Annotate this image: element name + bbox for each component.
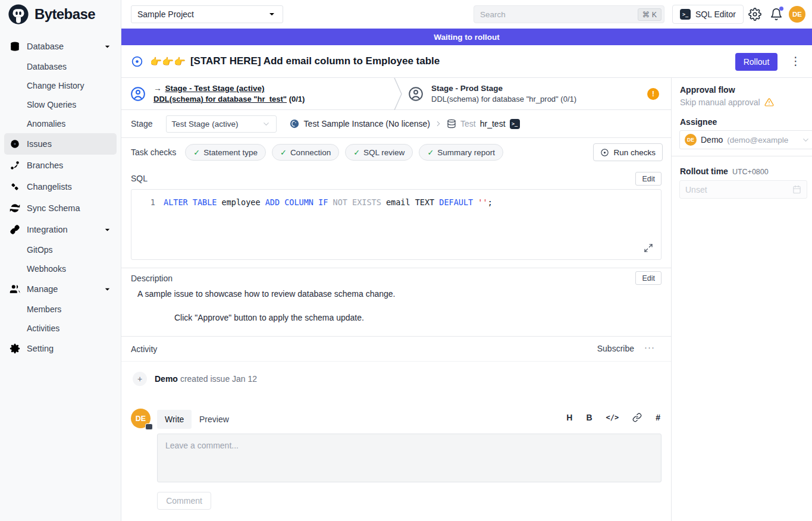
sidebar-item-webhooks[interactable]: Webhooks <box>4 259 117 278</box>
sidebar-item-database[interactable]: Database <box>4 36 117 57</box>
assignee-select[interactable]: DE Demo (demo@example <box>679 130 812 149</box>
description-section-label: Description <box>131 274 173 283</box>
sidebar-item-anomalies[interactable]: Anomalies <box>4 114 117 133</box>
stage-select[interactable]: Test Stage (active) <box>166 115 277 133</box>
person-circle-icon <box>130 86 146 102</box>
comment-badge-icon <box>145 423 153 430</box>
sidebar-item-sync-schema[interactable]: Sync Schema <box>4 197 117 219</box>
activity-menu-dots[interactable]: ··· <box>644 342 655 352</box>
task-subtitle: DDL(schema) for database "hr_prod" (0/1) <box>431 95 576 103</box>
heading-icon[interactable]: H <box>566 413 572 422</box>
environment-tag: Test <box>460 119 476 128</box>
sidebar-item-changelists[interactable]: Changelists <box>4 176 117 197</box>
assignee-name: Demo <box>701 135 723 145</box>
gear-icon[interactable] <box>748 8 761 21</box>
stage-card-prod[interactable]: Stage - Prod Stage DDL(schema) for datab… <box>402 78 671 109</box>
hash-icon[interactable]: # <box>656 413 660 422</box>
activity-entry: Democreated issue Jan 12 <box>155 374 257 384</box>
approval-flow-value: Skip manual approval <box>680 98 774 107</box>
issue-header: 👉👉👉 [START HERE] Add email column to Emp… <box>121 45 812 78</box>
sidebar-nav: Database Databases Change History Slow Q… <box>0 36 121 359</box>
sync-icon <box>10 203 20 214</box>
calendar-icon <box>792 185 801 194</box>
expand-icon[interactable] <box>644 243 653 253</box>
search-shortcut-badge: ⌘ K <box>638 8 661 21</box>
user-avatar[interactable]: DE <box>789 6 805 23</box>
approval-flow-label: Approval flow <box>680 85 735 95</box>
comment-submit-button[interactable]: Comment <box>157 492 211 510</box>
check-icon: ✓ <box>427 148 434 157</box>
chevron-down-icon <box>267 10 277 19</box>
database-name[interactable]: hr_test <box>480 119 506 128</box>
stage-select-value: Test Stage (active) <box>172 120 239 128</box>
project-select[interactable]: Sample Project <box>131 5 283 23</box>
sidebar-item-integration[interactable]: Integration <box>4 219 117 240</box>
sidebar-item-databases[interactable]: Databases <box>4 57 117 76</box>
stage-card-test[interactable]: →Stage - Test Stage (active) DDL(schema)… <box>121 78 394 109</box>
run-icon <box>600 148 609 157</box>
chevron-down-icon <box>103 285 112 294</box>
instance-name[interactable]: Test Sample Instance (No license) <box>304 119 430 128</box>
rollout-time-picker[interactable]: Unset <box>679 180 807 199</box>
warning-triangle-icon <box>764 98 774 107</box>
sidebar-item-label: Issues <box>27 139 52 149</box>
database-icon <box>447 119 456 128</box>
comment-input[interactable] <box>157 434 661 482</box>
sidebar-item-members[interactable]: Members <box>4 300 117 319</box>
check-pill-connection[interactable]: ✓ Connection <box>272 144 339 161</box>
assignee-email: (demo@example <box>727 136 788 145</box>
person-circle-icon <box>408 86 424 102</box>
check-pill-summary-report[interactable]: ✓ Summary report <box>419 144 503 161</box>
sql-edit-button[interactable]: Edit <box>635 172 661 186</box>
project-select-value: Sample Project <box>137 10 194 19</box>
code-icon[interactable]: </> <box>606 413 619 422</box>
chevron-down-icon <box>103 42 112 51</box>
activity-header-divider <box>121 361 671 362</box>
rollout-button[interactable]: Rollout <box>735 53 777 71</box>
link-icon[interactable] <box>632 413 642 422</box>
sql-editor-button[interactable]: >_ SQL Editor <box>672 5 744 24</box>
brand-logo[interactable]: Bytebase <box>0 0 121 29</box>
status-banner: Waiting to rollout <box>121 29 812 45</box>
issue-title-emoji: 👉👉👉 <box>150 56 186 67</box>
sidebar-item-change-history[interactable]: Change History <box>4 76 117 95</box>
bold-icon[interactable]: B <box>586 413 592 422</box>
sidebar: Bytebase Database Databases Change Histo… <box>0 0 121 521</box>
chevron-right-icon <box>434 120 443 128</box>
sql-section-label: SQL <box>131 174 148 183</box>
attention-icon: ! <box>647 88 659 100</box>
search-input[interactable] <box>480 10 638 19</box>
sidebar-item-manage[interactable]: Manage <box>4 278 117 300</box>
stage-title: Stage - Test Stage (active) <box>165 84 265 93</box>
tab-write[interactable]: Write <box>157 410 192 429</box>
subscribe-button[interactable]: Subscribe <box>597 344 634 353</box>
sidebar-item-activities[interactable]: Activities <box>4 319 117 338</box>
sidebar-item-gitops[interactable]: GitOps <box>4 240 117 259</box>
sidebar-item-label: Branches <box>27 161 63 170</box>
tab-preview[interactable]: Preview <box>192 410 237 429</box>
stage-separator <box>394 78 402 110</box>
sidebar-item-issues[interactable]: Issues <box>4 133 117 155</box>
comment-avatar: DE <box>131 409 151 428</box>
check-icon: ✓ <box>280 148 287 157</box>
description-edit-button[interactable]: Edit <box>635 271 661 285</box>
gear-icon <box>10 343 20 354</box>
database-icon <box>10 41 20 52</box>
task-checks-row: Task checks ✓ Statement type ✓ Connectio… <box>121 138 671 167</box>
sidebar-item-slow-queries[interactable]: Slow Queries <box>4 95 117 114</box>
task-subtitle: DDL(schema) for database "hr_test" <box>153 95 287 103</box>
check-icon: ✓ <box>353 148 360 157</box>
check-pill-sql-review[interactable]: ✓ SQL review <box>345 144 413 161</box>
open-sql-editor-icon[interactable]: >_ <box>510 119 520 129</box>
sidebar-item-setting[interactable]: Setting <box>4 338 117 359</box>
sidebar-item-branches[interactable]: Branches <box>4 155 117 176</box>
status-banner-text: Waiting to rollout <box>434 33 499 42</box>
search-box[interactable]: ⌘ K <box>474 5 664 23</box>
stage-selector-row: Stage Test Stage (active) Test Sample In… <box>121 110 671 138</box>
current-stage-arrow-icon: → <box>153 84 162 93</box>
sql-editor[interactable]: 1ALTER TABLE employee ADD COLUMN IF NOT … <box>131 189 661 260</box>
check-pill-statement-type[interactable]: ✓ Statement type <box>185 144 266 161</box>
run-checks-button[interactable]: Run checks <box>593 143 663 161</box>
notifications-button[interactable] <box>770 8 783 21</box>
issue-menu-kebab[interactable]: ⋮ <box>790 54 801 69</box>
